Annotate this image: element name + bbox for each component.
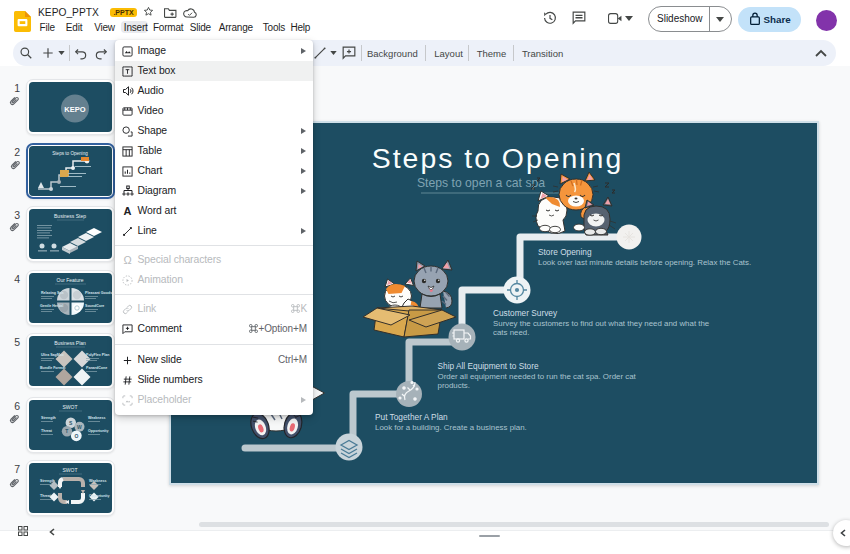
svg-text:Order all equipment needed to: Order all equipment needed to run the ca… [438, 372, 637, 381]
svg-text:Steps to Opening: Steps to Opening [52, 151, 88, 156]
svg-text:Strength: Strength [41, 416, 56, 420]
svg-text:Customer Survey: Customer Survey [493, 308, 558, 318]
svg-text:Threat: Threat [40, 494, 52, 498]
svg-text:Put Together A Plan: Put Together A Plan [375, 412, 448, 422]
svg-text:Business Plan: Business Plan [54, 340, 86, 346]
svg-text:Business Step: Business Step [54, 213, 86, 219]
svg-text:cats need.: cats need. [493, 328, 529, 337]
svg-text:SoundCure: SoundCure [85, 304, 104, 308]
svg-text:O: O [75, 433, 79, 439]
svg-text:Weakness: Weakness [88, 416, 106, 420]
svg-text:Steps to open a cat spa: Steps to open a cat spa [417, 176, 545, 190]
svg-text:Threat: Threat [41, 429, 53, 433]
svg-text:T: T [65, 428, 68, 434]
svg-text:products.: products. [438, 381, 470, 390]
svg-text:PanardCone: PanardCone [86, 366, 107, 370]
svg-text:Opportunity: Opportunity [89, 494, 110, 498]
svg-text:SWOT: SWOT [63, 467, 78, 473]
svg-text:Store Opening: Store Opening [538, 247, 592, 257]
svg-text:Steps to Opening: Steps to Opening [372, 142, 623, 174]
svg-text:Opportunity: Opportunity [88, 429, 109, 433]
svg-text:Look for a building. Create a: Look for a building. Create a business p… [375, 423, 527, 432]
svg-text:Gentle Herbal: Gentle Herbal [40, 304, 63, 308]
svg-text:Pleasant Goods: Pleasant Goods [85, 291, 112, 295]
svg-text:Our Feature: Our Feature [57, 277, 84, 283]
svg-text:Ship All Equipment to Store: Ship All Equipment to Store [438, 361, 539, 371]
svg-text:PolyFlex Plan: PolyFlex Plan [86, 353, 109, 357]
svg-text:Survey the customers to find o: Survey the customers to find out what th… [493, 319, 710, 328]
svg-text:Look over last minute details: Look over last minute details before ope… [538, 258, 751, 267]
svg-text:Bundle Format: Bundle Format [40, 366, 66, 370]
svg-text:Relaxing Spa: Relaxing Spa [41, 291, 65, 295]
svg-text:W: W [77, 423, 82, 429]
svg-text:Ultra SagMax: Ultra SagMax [41, 353, 64, 357]
svg-text:Strength: Strength [40, 479, 55, 483]
svg-text:SWOT: SWOT [63, 404, 78, 410]
svg-text:Weakness: Weakness [89, 479, 107, 483]
svg-text:KEPO: KEPO [64, 105, 85, 114]
